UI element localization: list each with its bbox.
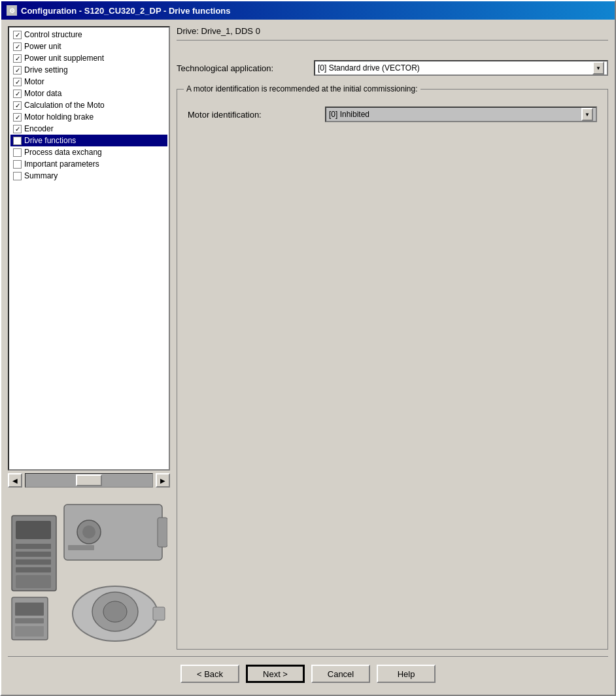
checkbox-control-structure: ✓ <box>13 31 22 39</box>
nav-label-drive-setting: Drive setting <box>24 65 68 75</box>
nav-item-drive-setting[interactable]: ✓ Drive setting <box>10 64 167 76</box>
svg-point-10 <box>82 525 95 539</box>
button-bar: < Back Next > Cancel Help <box>8 657 608 688</box>
main-window: ⚙ Configuration - S120_CU320_2_DP - Driv… <box>0 0 616 696</box>
nav-item-power-unit[interactable]: ✓ Power unit <box>10 41 167 52</box>
checkbox-process-data-exchange <box>13 148 22 157</box>
equipment-illustration <box>10 499 167 643</box>
nav-item-control-structure[interactable]: ✓ Control structure <box>10 29 167 41</box>
checkbox-drive-setting: ✓ <box>13 66 22 75</box>
motor-id-dropdown[interactable]: [0] Inhibited ▼ <box>325 107 597 122</box>
drive-label: Drive: Drive_1, DDS 0 <box>177 26 608 41</box>
nav-label-process-data-exchange: Process data exchang <box>24 148 102 157</box>
title-bar-icon: ⚙ <box>7 5 17 16</box>
nav-item-drive-functions[interactable]: Drive functions <box>10 135 167 146</box>
nav-item-process-data-exchange[interactable]: Process data exchang <box>10 146 167 158</box>
motor-id-row: Motor identification: [0] Inhibited ▼ <box>188 107 597 122</box>
tech-app-dropdown[interactable]: [0] Standard drive (VECTOR) ▼ <box>314 60 608 76</box>
svg-rect-11 <box>68 545 94 550</box>
equipment-image-area <box>8 493 170 650</box>
content-area: ✓ Control structure ✓ Power unit ✓ Power… <box>1 20 615 695</box>
nav-scrollbar-area: ◀ ▶ <box>8 473 170 488</box>
svg-rect-1 <box>16 521 51 539</box>
checkbox-drive-functions <box>13 137 22 145</box>
left-panel: ✓ Control structure ✓ Power unit ✓ Power… <box>8 26 170 650</box>
svg-rect-5 <box>16 567 51 572</box>
checkbox-encoder: ✓ <box>13 125 22 133</box>
tech-app-row: Technological application: [0] Standard … <box>177 60 608 76</box>
nav-item-encoder[interactable]: ✓ Encoder <box>10 123 167 135</box>
motor-id-dropdown-value: [0] Inhibited <box>329 110 581 119</box>
tech-app-label: Technological application: <box>177 63 307 73</box>
nav-item-motor-data[interactable]: ✓ Motor data <box>10 88 167 99</box>
nav-item-motor-holding-brake[interactable]: ✓ Motor holding brake <box>10 111 167 123</box>
tech-app-dropdown-value: [0] Standard drive (VECTOR) <box>318 63 592 73</box>
equipment-svg <box>10 499 167 643</box>
checkbox-motor: ✓ <box>13 78 22 86</box>
nav-label-drive-functions: Drive functions <box>24 136 76 145</box>
scroll-right-button[interactable]: ▶ <box>156 473 170 488</box>
svg-rect-3 <box>16 552 51 557</box>
nav-label-encoder: Encoder <box>24 124 54 133</box>
nav-label-calculation-motor: Calculation of the Moto <box>24 101 105 110</box>
next-button[interactable]: Next > <box>246 665 305 683</box>
checkbox-summary <box>13 172 22 180</box>
title-bar: ⚙ Configuration - S120_CU320_2_DP - Driv… <box>1 1 615 20</box>
nav-item-summary[interactable]: Summary <box>10 170 167 182</box>
nav-item-power-unit-supplement[interactable]: ✓ Power unit supplement <box>10 52 167 64</box>
nav-label-power-unit: Power unit <box>24 42 61 51</box>
tech-app-dropdown-arrow: ▼ <box>592 61 604 75</box>
nav-label-motor-data: Motor data <box>24 89 61 98</box>
nav-label-power-unit-supplement: Power unit supplement <box>24 54 104 63</box>
help-button[interactable]: Help <box>377 665 436 683</box>
scroll-track[interactable] <box>25 473 153 488</box>
svg-rect-13 <box>15 603 44 616</box>
motor-id-dropdown-arrow: ▼ <box>581 108 593 121</box>
svg-rect-14 <box>15 618 44 623</box>
svg-rect-6 <box>16 575 51 588</box>
checkbox-motor-data: ✓ <box>13 90 22 98</box>
nav-item-important-parameters[interactable]: Important parameters <box>10 158 167 170</box>
checkbox-power-unit-supplement: ✓ <box>13 54 22 63</box>
motor-id-label: Motor identification: <box>188 110 318 120</box>
svg-point-18 <box>103 601 127 622</box>
checkbox-calculation-motor: ✓ <box>13 101 22 110</box>
checkbox-important-parameters <box>13 160 22 169</box>
svg-rect-8 <box>158 518 167 547</box>
nav-item-motor[interactable]: ✓ Motor <box>10 76 167 88</box>
nav-label-control-structure: Control structure <box>24 30 82 39</box>
right-panel: Drive: Drive_1, DDS 0 Technological appl… <box>177 26 608 650</box>
main-body: ✓ Control structure ✓ Power unit ✓ Power… <box>8 26 608 650</box>
nav-label-important-parameters: Important parameters <box>24 159 99 169</box>
svg-rect-4 <box>16 559 51 565</box>
motor-id-group-legend: A motor identification is recommended at… <box>184 84 420 93</box>
svg-rect-2 <box>16 544 51 549</box>
svg-rect-15 <box>15 626 44 637</box>
svg-rect-19 <box>153 607 165 620</box>
nav-item-calculation-motor[interactable]: ✓ Calculation of the Moto <box>10 99 167 111</box>
nav-list: ✓ Control structure ✓ Power unit ✓ Power… <box>8 26 170 471</box>
window-title: Configuration - S120_CU320_2_DP - Drive … <box>21 6 231 16</box>
motor-id-group: A motor identification is recommended at… <box>177 89 608 650</box>
scroll-left-button[interactable]: ◀ <box>8 473 22 488</box>
checkbox-motor-holding-brake: ✓ <box>13 113 22 122</box>
cancel-button[interactable]: Cancel <box>311 665 370 683</box>
back-button[interactable]: < Back <box>180 665 239 683</box>
nav-label-motor-holding-brake: Motor holding brake <box>24 112 94 122</box>
checkbox-power-unit: ✓ <box>13 42 22 51</box>
nav-label-motor: Motor <box>24 77 44 86</box>
scroll-thumb[interactable] <box>76 474 102 486</box>
nav-label-summary: Summary <box>24 171 58 180</box>
